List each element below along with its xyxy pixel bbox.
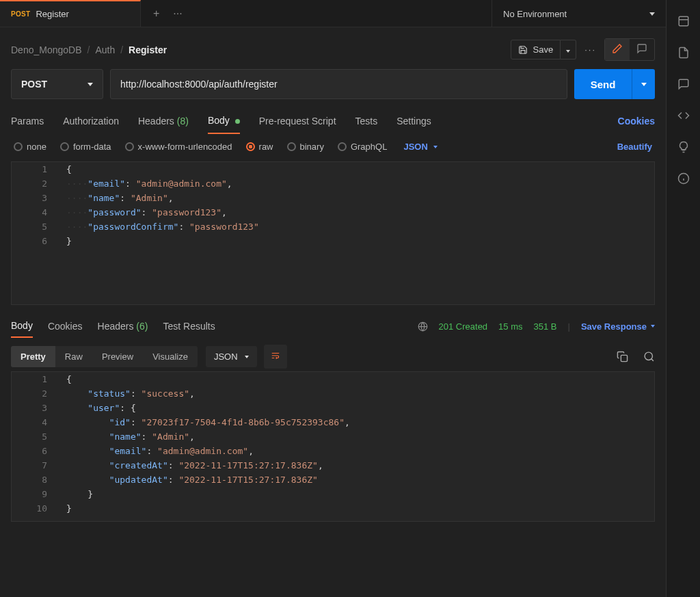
radio-label: raw: [259, 142, 273, 152]
body-type-row: none form-data x-www-form-urlencoded raw…: [0, 135, 666, 156]
line-gutter: 12345678910: [12, 372, 55, 521]
sidebar-bulb-icon[interactable]: [677, 141, 690, 153]
chevron-down-icon: [245, 356, 249, 358]
send-button[interactable]: Send: [574, 69, 632, 99]
search-icon[interactable]: [643, 351, 655, 362]
body-label: Body: [208, 115, 230, 126]
wrap-lines-button[interactable]: [264, 345, 287, 369]
tab-params[interactable]: Params: [11, 109, 44, 133]
request-body-editor[interactable]: 123456 { ····"email": "admin@admin.com",…: [11, 161, 655, 305]
save-label: Save: [533, 44, 554, 55]
radio-label: x-www-form-urlencoded: [138, 142, 232, 152]
sidebar-code-icon[interactable]: [677, 109, 690, 122]
radio-binary[interactable]: binary: [287, 142, 324, 152]
radio-none[interactable]: none: [14, 142, 46, 152]
view-pretty[interactable]: Pretty: [11, 346, 55, 367]
globe-icon[interactable]: [418, 321, 428, 332]
radio-graphql[interactable]: GraphQL: [338, 142, 387, 152]
beautify-button[interactable]: Beautify: [617, 142, 652, 152]
view-segment: Pretty Raw Preview Visualize: [11, 346, 198, 367]
svg-rect-3: [679, 16, 688, 26]
radio-icon: [125, 142, 134, 151]
tab-body[interactable]: Body: [208, 108, 240, 134]
resp-tab-testresults[interactable]: Test Results: [163, 315, 215, 337]
save-response-label: Save Response: [581, 321, 647, 332]
pencil-icon: [612, 43, 623, 54]
save-response-dropdown[interactable]: Save Response: [581, 321, 655, 332]
crumb-collection[interactable]: Deno_MongoDB: [11, 44, 82, 55]
tab-headers[interactable]: Headers (8): [138, 109, 189, 133]
radio-label: GraphQL: [351, 142, 387, 152]
crumb-folder[interactable]: Auth: [95, 44, 115, 55]
body-modified-dot-icon: [235, 119, 240, 124]
response-format-dropdown[interactable]: JSON: [206, 346, 257, 367]
crumb-current: Register: [129, 44, 167, 55]
view-visualize[interactable]: Visualize: [143, 346, 198, 367]
layout-build-button[interactable]: [605, 39, 630, 60]
tab-tests[interactable]: Tests: [355, 109, 378, 133]
response-size: 351 B: [534, 321, 557, 332]
url-input[interactable]: [110, 69, 567, 99]
save-button[interactable]: Save: [511, 40, 561, 59]
sidebar-collection-icon[interactable]: [677, 15, 690, 27]
resp-headers-label: Headers: [98, 321, 134, 332]
response-body-viewer[interactable]: 12345678910 { "status": "success", "user…: [11, 371, 655, 522]
code-content: { ····"email": "admin@admin.com", ····"n…: [55, 162, 654, 248]
copy-icon[interactable]: [617, 351, 628, 362]
response-time: 15 ms: [498, 321, 522, 332]
url-row: POST Send: [0, 69, 666, 107]
resp-tab-body[interactable]: Body: [11, 315, 33, 338]
breadcrumb-sep: /: [120, 44, 123, 55]
tabs-row: POST Register + ··· No Environment: [0, 0, 666, 27]
radio-formdata[interactable]: form-data: [60, 142, 111, 152]
chevron-down-icon: [433, 146, 438, 148]
sidebar-info-icon[interactable]: [677, 172, 690, 185]
environment-selector[interactable]: No Environment: [492, 0, 666, 27]
wrap-icon: [271, 351, 280, 360]
cookies-link[interactable]: Cookies: [618, 116, 655, 127]
radio-label: binary: [300, 142, 324, 152]
breadcrumb: Deno_MongoDB / Auth / Register: [11, 44, 167, 55]
resp-tab-headers[interactable]: Headers (6): [98, 315, 148, 337]
tab-register[interactable]: POST Register: [0, 0, 141, 27]
sidebar-docs-icon[interactable]: [677, 47, 690, 59]
more-options-button[interactable]: ···: [584, 44, 596, 55]
tabs-actions: + ···: [141, 0, 195, 27]
tab-settings[interactable]: Settings: [396, 109, 431, 133]
radio-label: form-data: [73, 142, 111, 152]
response-tabs: Body Cookies Headers (6) Test Results 20…: [0, 305, 666, 342]
breadcrumb-sep: /: [88, 44, 90, 55]
sidebar-comments-icon[interactable]: [677, 78, 690, 90]
layout-comment-button[interactable]: [630, 39, 654, 60]
radio-icon: [287, 142, 296, 151]
save-dropdown[interactable]: [561, 40, 576, 59]
method-select[interactable]: POST: [11, 69, 103, 99]
chevron-down-icon: [651, 325, 655, 328]
headers-label: Headers: [138, 116, 174, 127]
radio-label: none: [27, 142, 46, 152]
tab-prerequest[interactable]: Pre-request Script: [259, 109, 336, 133]
view-preview[interactable]: Preview: [92, 346, 143, 367]
chevron-down-icon: [566, 50, 570, 53]
response-status: 201 Created: [439, 321, 488, 332]
send-dropdown[interactable]: [632, 69, 655, 99]
resp-json-label: JSON: [214, 351, 238, 362]
chevron-down-icon: [649, 12, 655, 16]
body-format-dropdown[interactable]: JSON: [403, 142, 437, 152]
code-content: { "status": "success", "user": { "id": "…: [55, 372, 654, 516]
comment-icon: [636, 43, 647, 54]
new-tab-button[interactable]: +: [153, 8, 159, 20]
view-raw[interactable]: Raw: [55, 346, 92, 367]
environment-label: No Environment: [503, 9, 567, 19]
radio-raw[interactable]: raw: [246, 142, 273, 152]
json-label: JSON: [403, 142, 427, 152]
breadcrumb-row: Deno_MongoDB / Auth / Register Save ···: [0, 27, 666, 69]
tab-method-label: POST: [11, 10, 30, 18]
request-tabs: Params Authorization Headers (8) Body Pr…: [0, 107, 666, 135]
resp-tab-cookies[interactable]: Cookies: [48, 315, 83, 337]
tab-overflow-button[interactable]: ···: [173, 8, 182, 20]
radio-urlencoded[interactable]: x-www-form-urlencoded: [125, 142, 232, 152]
tab-authorization[interactable]: Authorization: [63, 109, 119, 133]
save-icon: [518, 45, 528, 55]
svg-point-2: [645, 352, 652, 360]
